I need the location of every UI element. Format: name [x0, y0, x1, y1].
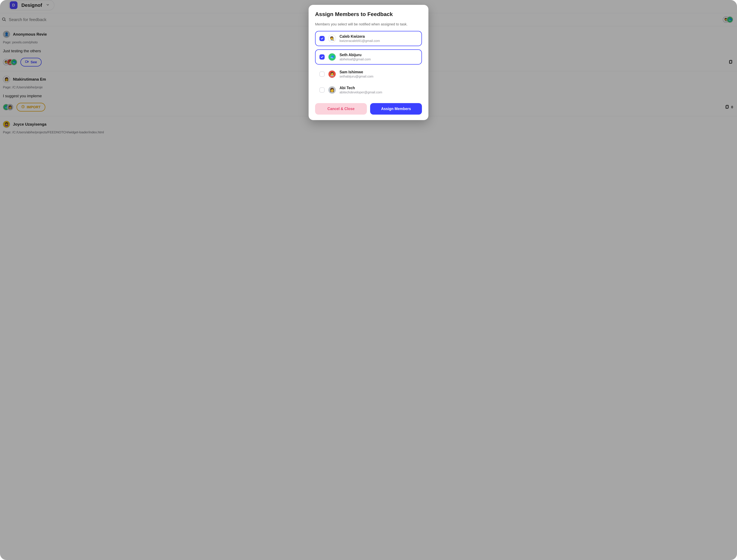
- avatar: 🧑‍⚕️: [328, 70, 336, 78]
- modal-actions: Cancel & Close Assign Members: [315, 103, 422, 115]
- member-row[interactable]: 🧢 Seth Abijuru abiheloaf@gmail.com: [315, 49, 422, 65]
- member-name: Sam Ishimwe: [339, 70, 374, 74]
- cancel-button[interactable]: Cancel & Close: [315, 103, 367, 115]
- member-email: abiheloaf@gmail.com: [339, 57, 371, 61]
- member-row[interactable]: 👩 Abi Tech abitechdeveloper@gmail.com: [315, 84, 422, 96]
- member-list: 🧑‍🎨 Caleb Kwizera kwizeracaleb91@gmail.c…: [315, 31, 422, 96]
- checkbox-checked-icon[interactable]: [319, 54, 324, 60]
- member-email: abitechdeveloper@gmail.com: [339, 90, 382, 94]
- member-email: kwizeracaleb91@gmail.com: [339, 39, 380, 43]
- checkbox-checked-icon[interactable]: [319, 36, 324, 41]
- avatar: 👩: [328, 86, 336, 94]
- assign-button[interactable]: Assign Members: [370, 103, 422, 115]
- modal-subtitle: Members you select will be notified when…: [315, 22, 422, 26]
- assign-members-modal: Assign Members to Feedback Members you s…: [308, 5, 429, 120]
- avatar: 🧢: [328, 53, 336, 61]
- member-name: Abi Tech: [339, 86, 382, 90]
- modal-title: Assign Members to Feedback: [315, 11, 422, 17]
- member-name: Caleb Kwizera: [339, 34, 380, 39]
- checkbox-unchecked-icon[interactable]: [319, 72, 324, 77]
- member-row[interactable]: 🧑‍⚕️ Sam Ishimwe sethabijuru@gmail.com: [315, 68, 422, 80]
- member-name: Seth Abijuru: [339, 53, 371, 57]
- checkbox-unchecked-icon[interactable]: [319, 87, 324, 93]
- member-email: sethabijuru@gmail.com: [339, 75, 374, 78]
- avatar: 🧑‍🎨: [328, 35, 336, 42]
- member-row[interactable]: 🧑‍🎨 Caleb Kwizera kwizeracaleb91@gmail.c…: [315, 31, 422, 46]
- modal-wrapper: Assign Members to Feedback Members you s…: [0, 0, 737, 560]
